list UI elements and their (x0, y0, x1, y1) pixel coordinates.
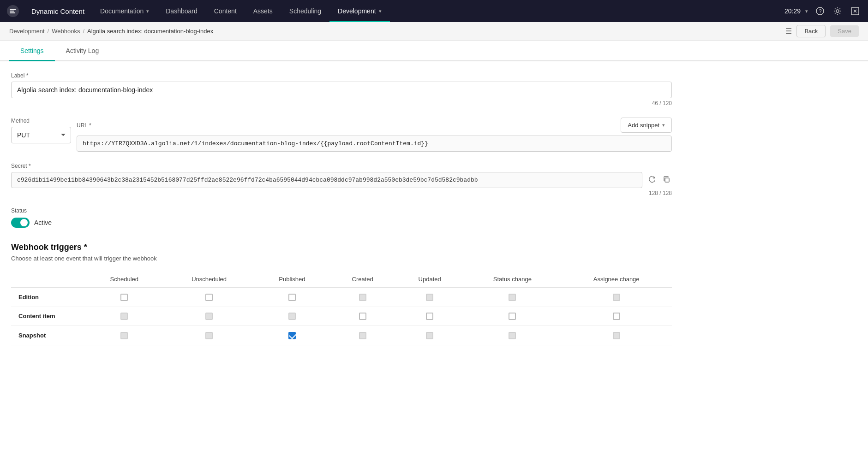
exit-icon-button[interactable] (848, 4, 862, 18)
checkbox-1-3[interactable] (359, 313, 366, 320)
svg-rect-5 (665, 178, 669, 182)
cell (464, 307, 561, 326)
table-row: Edition (11, 288, 672, 307)
help-icon-button[interactable]: ? (813, 4, 827, 18)
add-snippet-button[interactable]: Add snippet ▾ (621, 118, 672, 133)
chevron-down-icon: ▾ (146, 8, 149, 14)
app-logo[interactable] (6, 4, 20, 18)
cell (255, 288, 330, 307)
method-select[interactable]: GET POST PUT PATCH DELETE (11, 127, 71, 143)
nav-item-documentation[interactable]: Documentation ▾ (92, 0, 157, 22)
cell (164, 326, 255, 345)
row-name-snapshot: Snapshot (11, 326, 85, 345)
cell (395, 307, 464, 326)
breadcrumb-sep-1: / (48, 28, 49, 35)
settings-icon-button[interactable] (830, 4, 845, 18)
checkbox-1-2 (288, 313, 296, 320)
col-header-scheduled: Scheduled (85, 271, 164, 288)
checkbox-0-0[interactable] (120, 294, 128, 301)
cell (561, 307, 672, 326)
checkbox-0-2[interactable] (288, 294, 296, 301)
checkbox-1-4[interactable] (426, 313, 433, 320)
back-button[interactable]: Back (796, 25, 826, 37)
checkbox-0-6 (613, 294, 620, 301)
cell (85, 326, 164, 345)
webhook-triggers-title: Webhook triggers * (11, 242, 672, 252)
url-form-group: URL * Add snippet ▾ (77, 118, 672, 152)
copy-secret-button[interactable] (661, 174, 672, 187)
label-field-label: Label * (11, 72, 672, 79)
breadcrumb-sep-2: / (83, 28, 84, 35)
cell (255, 307, 330, 326)
nav-items: Documentation ▾ Dashboard Content Assets… (92, 0, 784, 22)
cell (164, 307, 255, 326)
checkbox-2-0 (120, 332, 128, 339)
chevron-down-icon: ▾ (662, 122, 665, 128)
url-label: URL * (77, 122, 91, 129)
breadcrumb-bar: Development / Webhooks / Algolia search … (0, 22, 868, 41)
svg-text:?: ? (819, 8, 822, 14)
nav-time-chevron: ▾ (805, 8, 808, 14)
breadcrumb-development[interactable]: Development (9, 28, 45, 35)
checkbox-1-5[interactable] (509, 313, 516, 320)
secret-char-count: 128 / 128 (11, 190, 672, 196)
webhook-triggers-subtitle: Choose at least one event that will trig… (11, 255, 672, 262)
nav-item-development[interactable]: Development ▾ (329, 0, 390, 22)
cell (561, 288, 672, 307)
nav-item-dashboard[interactable]: Dashboard (157, 0, 206, 22)
row-name-edition: Edition (11, 288, 85, 307)
webhook-triggers-section: Webhook triggers * Choose at least one e… (11, 242, 672, 345)
checkbox-2-5 (509, 332, 516, 339)
col-header-assignee-change: Assignee change (561, 271, 672, 288)
table-row: Snapshot (11, 326, 672, 345)
nav-item-scheduling[interactable]: Scheduling (281, 0, 329, 22)
nav-item-assets[interactable]: Assets (245, 0, 281, 22)
status-label: Status (11, 207, 672, 214)
checkbox-2-4 (426, 332, 433, 339)
main-scroll-area: Label * 46 / 120 Method GET POST PUT PAT… (0, 61, 868, 356)
breadcrumb-webhooks[interactable]: Webhooks (52, 28, 80, 35)
breadcrumb-actions: ☰ Back Save (785, 25, 859, 37)
col-header-unscheduled: Unscheduled (164, 271, 255, 288)
row-name-content-item: Content item (11, 307, 85, 326)
cell (329, 307, 395, 326)
cell (464, 288, 561, 307)
secret-form-group: Secret * 128 / 128 (11, 163, 672, 196)
checkbox-1-6[interactable] (613, 313, 620, 320)
cell (164, 288, 255, 307)
cell (561, 326, 672, 345)
save-button[interactable]: Save (830, 25, 859, 37)
breadcrumb-current: Algolia search index: documentation-blog… (87, 28, 213, 35)
nav-right: 20:29 ▾ ? (784, 4, 868, 18)
checkbox-2-6 (613, 332, 620, 339)
label-form-group: Label * 46 / 120 (11, 72, 672, 106)
checkbox-0-3 (359, 294, 366, 301)
nav-item-content[interactable]: Content (206, 0, 245, 22)
cell (329, 326, 395, 345)
col-header-created: Created (329, 271, 395, 288)
refresh-secret-button[interactable] (646, 174, 657, 187)
col-header-status-change: Status change (464, 271, 561, 288)
col-header-updated: Updated (395, 271, 464, 288)
breadcrumb: Development / Webhooks / Algolia search … (9, 28, 213, 35)
svg-point-3 (836, 10, 839, 12)
checkbox-0-5 (509, 294, 516, 301)
tab-settings[interactable]: Settings (9, 41, 55, 61)
checkbox-0-1[interactable] (205, 294, 213, 301)
triggers-table: Scheduled Unscheduled Published Created … (11, 271, 672, 345)
tabs-bar: Settings Activity Log (0, 41, 868, 61)
method-form-group: Method GET POST PUT PATCH DELETE (11, 118, 71, 143)
secret-input[interactable] (11, 172, 642, 188)
lines-icon[interactable]: ☰ (785, 27, 792, 35)
toggle-row: Active (11, 218, 672, 228)
table-row: Content item (11, 307, 672, 326)
checkbox-2-2[interactable] (288, 332, 296, 339)
checkbox-0-4 (426, 294, 433, 301)
status-toggle[interactable] (11, 218, 30, 228)
checkbox-2-1 (205, 332, 213, 339)
label-input[interactable] (11, 82, 672, 98)
tab-activity-log[interactable]: Activity Log (55, 41, 110, 61)
url-input[interactable] (77, 136, 672, 152)
cell (464, 326, 561, 345)
top-nav: Dynamic Content Documentation ▾ Dashboar… (0, 0, 868, 22)
